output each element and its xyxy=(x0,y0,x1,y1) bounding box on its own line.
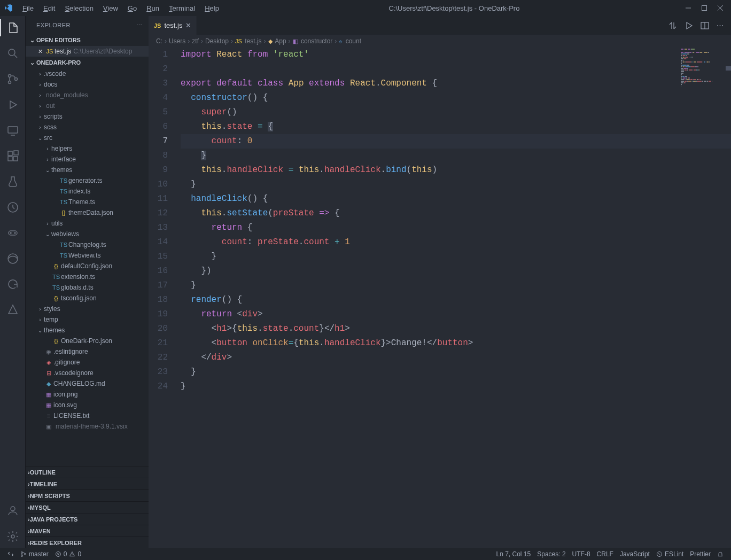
tree-item[interactable]: ◆CHANGELOG.md xyxy=(26,378,149,389)
timeline-icon[interactable] xyxy=(0,199,26,216)
search-icon[interactable] xyxy=(0,45,26,62)
code-line[interactable]: </div> xyxy=(181,351,731,365)
extensions-icon[interactable] xyxy=(0,147,26,165)
tree-item[interactable]: ›scripts xyxy=(26,111,149,122)
split-editor-icon[interactable] xyxy=(701,21,709,30)
tree-item[interactable]: TSindex.ts xyxy=(26,186,149,197)
code-line[interactable]: render() { xyxy=(181,293,731,307)
menu-file[interactable]: File xyxy=(18,2,38,14)
remote-indicator[interactable] xyxy=(4,551,17,557)
close-button[interactable] xyxy=(717,5,724,11)
tree-item[interactable]: ◈.gitignore xyxy=(26,357,149,368)
tree-item[interactable]: TSextension.ts xyxy=(26,271,149,282)
tree-item[interactable]: {}defaultConfig.json xyxy=(26,261,149,271)
game-icon[interactable] xyxy=(0,224,26,242)
section-timeline[interactable]: ›TIMELINE xyxy=(26,478,149,489)
code-line[interactable]: } xyxy=(181,379,731,394)
tree-item[interactable]: ›styles xyxy=(26,304,149,314)
tree-item[interactable]: ›helpers xyxy=(26,143,149,154)
account-icon[interactable] xyxy=(0,502,26,519)
code-line[interactable]: } xyxy=(181,365,731,379)
sidebar-more-icon[interactable]: ⋯ xyxy=(136,22,143,29)
close-icon[interactable]: ✕ xyxy=(185,21,191,29)
breadcrumb-item[interactable]: ztf xyxy=(192,37,199,45)
edge-icon[interactable] xyxy=(0,250,26,267)
tree-item[interactable]: ›.vscode xyxy=(26,68,149,79)
tree-item[interactable]: ▦icon.png xyxy=(26,389,149,400)
tree-item[interactable]: ›docs xyxy=(26,79,149,90)
section-maven[interactable]: ›MAVEN xyxy=(26,525,149,536)
sync-icon[interactable] xyxy=(0,276,26,293)
cursor-position[interactable]: Ln 7, Col 15 xyxy=(493,550,534,558)
minimap[interactable] xyxy=(681,49,724,86)
tree-item[interactable]: ›temp xyxy=(26,314,149,325)
code-line[interactable]: this.state = { xyxy=(181,120,731,134)
breadcrumb-item[interactable]: Users xyxy=(169,37,185,45)
indentation[interactable]: Spaces: 2 xyxy=(534,550,569,558)
breadcrumb-item[interactable]: ⟐ count xyxy=(339,37,361,45)
tree-item[interactable]: TSgenerator.ts xyxy=(26,175,149,186)
run-debug-icon[interactable] xyxy=(0,96,26,113)
code-line[interactable]: import React from 'react' xyxy=(181,48,731,62)
close-icon[interactable]: ✕ xyxy=(35,48,45,55)
code-line[interactable] xyxy=(181,62,731,76)
tree-item[interactable]: ›out xyxy=(26,100,149,111)
test-icon[interactable] xyxy=(0,173,26,190)
tree-item[interactable]: ›utils xyxy=(26,218,149,229)
tree-item[interactable]: ◉.eslintignore xyxy=(26,346,149,357)
tree-item[interactable]: ›interface xyxy=(26,154,149,165)
remote-explorer-icon[interactable] xyxy=(0,122,26,139)
run-icon[interactable] xyxy=(685,21,693,30)
source-control-icon[interactable] xyxy=(0,71,26,88)
menu-help[interactable]: Help xyxy=(200,2,223,14)
menu-run[interactable]: Run xyxy=(142,2,164,14)
menu-view[interactable]: View xyxy=(99,2,122,14)
language-mode[interactable]: JavaScript xyxy=(617,550,653,558)
section-redis-explorer[interactable]: ›REDIS EXPLORER xyxy=(26,536,149,548)
tree-item[interactable]: ▦icon.svg xyxy=(26,400,149,410)
code-line[interactable]: export default class App extends React.C… xyxy=(181,76,731,91)
tree-item[interactable]: TSTheme.ts xyxy=(26,197,149,207)
tree-item[interactable]: TSChangelog.ts xyxy=(26,239,149,250)
breadcrumbs[interactable]: C:›Users›ztf›Desktop›JS test.js›◆ App›◧ … xyxy=(149,35,731,48)
tree-item[interactable]: {}OneDark-Pro.json xyxy=(26,336,149,346)
open-editor-item[interactable]: ✕ JS test.js C:\Users\ztf\Desktop xyxy=(26,46,149,57)
section-npm-scripts[interactable]: ›NPM SCRIPTS xyxy=(26,489,149,501)
settings-gear-icon[interactable] xyxy=(0,528,26,545)
tree-item[interactable]: {}themeData.json xyxy=(26,207,149,218)
eslint-status[interactable]: ESLint xyxy=(653,550,687,558)
tree-item[interactable]: ⌄themes xyxy=(26,165,149,175)
code-line[interactable]: return <div> xyxy=(181,307,731,322)
tree-item[interactable]: ›scss xyxy=(26,122,149,133)
breadcrumb-item[interactable]: C: xyxy=(156,37,162,45)
tab-test-js[interactable]: JS test.js ✕ xyxy=(149,16,197,35)
explorer-icon[interactable] xyxy=(0,19,26,36)
tree-item[interactable]: ⊟.vscodeignore xyxy=(26,368,149,378)
menu-edit[interactable]: Edit xyxy=(39,2,59,14)
minimize-button[interactable] xyxy=(685,5,691,11)
tree-item[interactable]: ⌄themes xyxy=(26,325,149,336)
menu-terminal[interactable]: Terminal xyxy=(165,2,199,14)
code-line[interactable]: } xyxy=(181,250,731,264)
breadcrumb-item[interactable]: Desktop xyxy=(205,37,229,45)
code-line[interactable]: constructor() { xyxy=(181,91,731,105)
section-java-projects[interactable]: ›JAVA PROJECTS xyxy=(26,513,149,525)
code-line[interactable]: } xyxy=(181,149,731,163)
tree-item[interactable]: ≡LICENSE.txt xyxy=(26,410,149,421)
code-line[interactable]: return { xyxy=(181,221,731,235)
prettier-status[interactable]: Prettier xyxy=(687,550,714,558)
code-line[interactable]: this.setState(preState => { xyxy=(181,206,731,221)
tree-item[interactable]: ▣material-theme-3.9.1.vsix xyxy=(26,421,149,432)
code-line[interactable]: <h1>{this.state.count}</h1> xyxy=(181,322,731,336)
menu-selection[interactable]: Selection xyxy=(60,2,97,14)
code-line[interactable]: } xyxy=(181,177,731,192)
project-section[interactable]: ⌄ ONEDARK-PRO xyxy=(26,57,149,68)
code-content[interactable]: import React from 'react'export default … xyxy=(181,48,731,548)
section-mysql[interactable]: ›MYSQL xyxy=(26,501,149,513)
code-line[interactable]: count: preState.count + 1 xyxy=(181,235,731,250)
tree-item[interactable]: {}tsconfig.json xyxy=(26,293,149,304)
code-line[interactable]: this.handleClick = this.handleClick.bind… xyxy=(181,163,731,177)
breadcrumb-item[interactable]: ◆ App xyxy=(268,37,286,45)
compare-icon[interactable] xyxy=(668,21,677,30)
open-editors-section[interactable]: ⌄ OPEN EDITORS xyxy=(26,34,149,46)
